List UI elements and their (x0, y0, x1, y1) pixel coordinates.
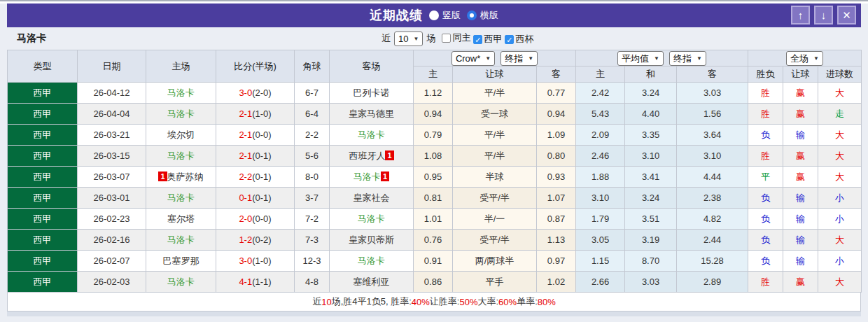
cell-score: 0-1(0-1) (216, 188, 295, 209)
cell-handicap-line: 受平/半 (453, 188, 537, 209)
cell-home-team: 马洛卡 (146, 272, 216, 293)
cell-away-team: 马洛卡 (330, 125, 414, 146)
cell-handicap-away-odds: 0.80 (537, 146, 576, 167)
col-header-corners: 角球 (295, 50, 330, 83)
cell-handicap-away-odds: 0.94 (537, 104, 576, 125)
filter-checkbox-西甲[interactable]: ✓西甲 (473, 33, 502, 46)
move-down-button[interactable]: ↓ (814, 6, 833, 24)
cell-handicap-away-odds: 0.93 (537, 167, 576, 188)
match-row: 西甲26-02-07巴塞罗那3-0(1-0)12-3马洛卡0.91两/两球半0.… (8, 251, 862, 272)
outcome-text: 赢 (796, 108, 805, 119)
away-team-name: 马洛卡 (358, 214, 385, 224)
summary-segment: 单率: (517, 295, 538, 308)
full-time-score: 2-0 (239, 214, 252, 224)
chevron-down-icon: ▼ (485, 52, 491, 64)
cell-league: 西甲 (8, 167, 78, 188)
cell-handicap-outcome: 赢 (783, 104, 818, 125)
cell-match-outcome: 胜 (748, 146, 783, 167)
average-select[interactable]: 平均值 ▼ (617, 51, 664, 66)
home-team-name: 巴塞罗那 (163, 255, 200, 266)
match-row: 西甲26-02-03马洛卡4-1(1-1)4-8塞维利亚0.86平手1.022.… (8, 272, 862, 293)
recent-results-table: 类型 日期 主场 比分(半场) 角球 客场 Crow* ▼ 终指 ▼ (7, 50, 862, 293)
panel-titlebar: 近期战绩 竖版 横版 ↑ ↓ ✕ (7, 4, 861, 27)
full-match-select[interactable]: 全场 ▼ (786, 51, 823, 66)
chevron-down-icon: ▼ (654, 52, 659, 64)
outcome-text: 大 (835, 150, 844, 161)
cell-date: 26-04-12 (78, 83, 146, 104)
move-up-button[interactable]: ↑ (791, 6, 810, 24)
bookmaker-select[interactable]: Crow* ▼ (451, 51, 495, 66)
filter-checkbox-同主[interactable]: 同主 (442, 31, 470, 44)
cell-handicap-line: 半球 (453, 167, 537, 188)
half-time-score: (1-0) (252, 255, 271, 266)
cell-handicap-home-odds: 0.79 (414, 125, 453, 146)
outcome-text: 赢 (796, 276, 805, 287)
chevron-down-icon: ▼ (813, 52, 819, 64)
near-label: 近 (382, 32, 391, 45)
cell-date: 26-02-03 (78, 272, 146, 293)
col-header-away: 客场 (330, 50, 414, 83)
cell-handicap-away-odds: 1.02 (537, 272, 576, 293)
cell-away-team: 马洛卡 (330, 251, 414, 272)
layout-radio-vertical[interactable]: 竖版 (429, 9, 461, 22)
home-team-name: 埃尔切 (167, 130, 195, 140)
outcome-text: 赢 (796, 88, 805, 98)
filter-checkboxes: 同主✓西甲✓西杯 (439, 31, 533, 46)
outcome-text: 输 (796, 234, 805, 245)
filter-checkbox-西杯[interactable]: ✓西杯 (505, 33, 533, 46)
cell-handicap-home-odds: 0.91 (414, 251, 453, 272)
checkbox-checked-icon[interactable]: ✓ (473, 35, 482, 44)
checkbox-checked-icon[interactable]: ✓ (505, 35, 514, 44)
summary-segment: 近 (312, 295, 321, 308)
full-time-score: 2-2 (239, 172, 252, 182)
cell-match-outcome: 负 (748, 251, 783, 272)
cell-corners: 4-8 (295, 272, 330, 293)
cell-league: 西甲 (8, 209, 78, 230)
away-team-name: 皇家社会 (354, 192, 390, 203)
cell-avg-draw-odds: 8.70 (625, 251, 677, 272)
layout-radio-horizontal[interactable]: 横版 (467, 9, 498, 22)
outcome-text: 小 (835, 255, 844, 266)
match-row: 西甲26-03-15马洛卡2-1(0-1)5-6西班牙人11.08平/半0.80… (8, 146, 862, 167)
cell-avg-draw-odds: 4.40 (625, 104, 677, 125)
outcome-text: 大 (835, 276, 844, 287)
cell-away-team: 皇家贝蒂斯 (330, 230, 414, 251)
recent-count-select[interactable]: 10 ▼ (394, 31, 423, 46)
cell-handicap-home-odds: 0.95 (414, 167, 453, 188)
half-time-score: (2-0) (252, 88, 271, 98)
summary-segment: 50% (459, 297, 477, 307)
cell-avg-home-odds: 1.88 (576, 167, 625, 188)
half-time-score: (1-1) (252, 276, 271, 287)
away-team-name: 塞维利亚 (354, 276, 390, 287)
cell-score: 3-0(2-0) (216, 83, 295, 104)
outcome-text: 平 (761, 172, 770, 182)
cell-avg-away-odds: 3.64 (677, 125, 748, 146)
sub-header-avg-draw: 和 (625, 66, 677, 83)
handicap-final-odds-select[interactable]: 终指 ▼ (500, 51, 538, 66)
cell-avg-home-odds: 3.10 (576, 188, 625, 209)
summary-segment: 80% (538, 297, 556, 307)
outcome-text: 大 (835, 88, 844, 98)
full-time-score: 1-2 (239, 234, 252, 245)
outcome-text: 小 (835, 214, 844, 224)
outcome-text: 大 (835, 234, 844, 245)
close-button[interactable]: ✕ (837, 6, 856, 24)
average-final-odds-select[interactable]: 终指 ▼ (669, 51, 706, 66)
radio-selected-icon[interactable] (467, 10, 477, 20)
radio-unselected-icon[interactable] (429, 10, 439, 20)
match-row: 西甲26-02-16马洛卡1-2(0-2)7-3皇家贝蒂斯0.76受平/半1.1… (8, 230, 862, 251)
cell-date: 26-04-04 (78, 104, 146, 125)
sub-header-handicap-outcome: 让球 (783, 66, 818, 83)
panel-bottom-edge (7, 312, 861, 316)
cell-corners: 3-7 (295, 188, 330, 209)
cell-away-team: 皇家社会 (330, 188, 414, 209)
arrow-up-icon: ↑ (798, 10, 804, 20)
checkbox-unchecked-icon[interactable] (442, 34, 451, 43)
cell-handicap-home-odds: 0.86 (414, 272, 453, 293)
cell-handicap-outcome: 输 (783, 188, 818, 209)
match-row: 西甲26-03-01马洛卡0-1(0-1)3-7皇家社会0.81受平/半1.07… (8, 188, 862, 209)
cell-score: 2-0(0-0) (216, 209, 295, 230)
summary-segment: 场,胜4平1负5, 胜率: (332, 295, 412, 308)
cell-date: 26-02-07 (78, 251, 146, 272)
cell-handicap-outcome: 输 (783, 209, 818, 230)
